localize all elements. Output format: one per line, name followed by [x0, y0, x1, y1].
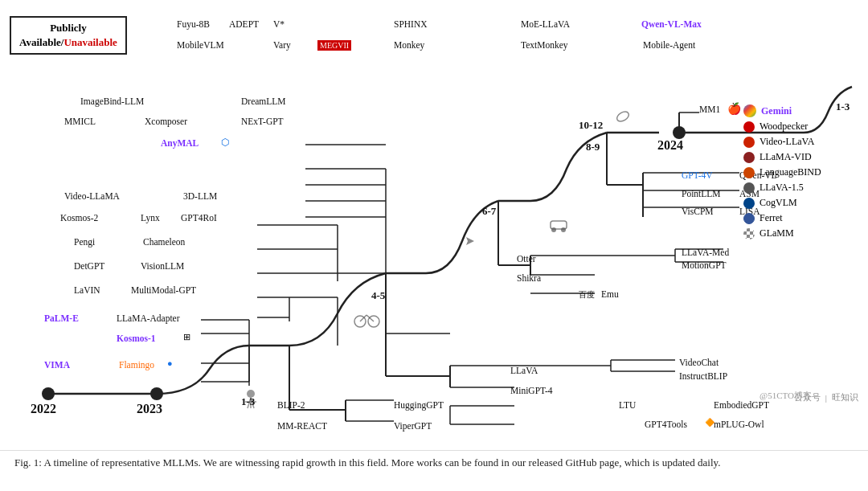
model-llava-med: LLaVA-Med	[682, 248, 729, 257]
legend-woodpecker: Woodpecker	[743, 121, 860, 133]
legend-languagebind-label: LanguageBIND	[760, 166, 821, 178]
model-lavin: LaVIN	[74, 285, 100, 295]
model-mobilevlm: MobileVLM	[177, 40, 224, 50]
model-minigpt4: MiniGPT-4	[510, 386, 553, 395]
glamm-dot	[743, 228, 755, 239]
watermark-sep: |	[825, 393, 827, 403]
model-sphinx: SPHINX	[394, 19, 428, 29]
model-flamingo: Flamingo	[119, 360, 154, 370]
legend-cogvlm: CogVLM	[743, 197, 860, 209]
model-imagebind: ImageBind-LLM	[80, 96, 144, 106]
legend-llamavid-label: LLaMA-VID	[760, 151, 812, 163]
model-chameleon: Chameleon	[143, 237, 185, 247]
ms-icon-kosmos1: ⊞	[183, 332, 190, 342]
year-2023: 2023	[137, 402, 162, 416]
model-moe-llava: MoE-LLaVA	[521, 19, 570, 29]
gemini-dot	[743, 104, 756, 117]
model-hugginggpt: HuggingGPT	[394, 400, 444, 410]
model-mm1: MM1	[699, 104, 720, 114]
model-qwen-vl-max: Qwen-VL-Max	[641, 19, 702, 29]
model-mmreact: MM-REACT	[277, 421, 327, 431]
model-emu: Emu	[601, 289, 619, 299]
svg-point-7	[42, 387, 55, 400]
model-gpt4roi: GPT4RoI	[181, 213, 217, 223]
model-vipergpt: ViperGPT	[394, 421, 432, 431]
legend-llama-vid: LLaMA-VID	[743, 151, 860, 163]
model-palme: PaLM-E	[44, 313, 79, 323]
languagebind-dot	[743, 167, 755, 178]
model-mplug-owl: mPLUG-Owl	[714, 419, 764, 429]
legend-llava15: LLaVA-1.5	[743, 182, 860, 194]
model-anymal: AnyMAL	[161, 138, 199, 148]
llava15-dot	[743, 182, 755, 194]
llamavid-dot	[743, 152, 755, 163]
svg-point-87	[561, 227, 566, 232]
model-ltu: LTU	[619, 400, 636, 410]
legend-gemini: Gemini	[743, 104, 860, 117]
model-kosmos2: Kosmos-2	[60, 213, 98, 223]
legend-videollava: Video-LLaVA	[743, 136, 860, 148]
section-10-12: 10-12	[579, 119, 603, 132]
model-gpt4tools: GPT4Tools	[645, 419, 687, 429]
watermark-51cto: @51CTO博客	[760, 390, 812, 402]
model-blip2: BLIP-2	[277, 400, 305, 410]
model-xcomposer: Xcomposer	[145, 117, 187, 126]
legend-woodpecker-label: Woodpecker	[760, 121, 808, 133]
svg-point-84	[616, 110, 631, 124]
legend-ferret: Ferret	[743, 212, 860, 224]
videollava-dot	[743, 137, 755, 148]
model-otter: Otter	[517, 254, 536, 264]
section-1-3-left: 1-3	[241, 395, 255, 408]
model-shikra: Shikra	[517, 273, 541, 283]
timeline-svg	[0, 0, 868, 450]
model-detgpt: DetGPT	[74, 261, 104, 271]
model-instructblip: InstructBLIP	[679, 371, 727, 381]
legend-glamm: GLaMM	[743, 227, 860, 239]
legend-llava15-label: LLaVA-1.5	[760, 182, 804, 194]
model-llava: LLaVA	[510, 366, 538, 375]
model-baai: 百度	[579, 289, 595, 301]
caption-text: Fig. 1: A timeline of representative MLL…	[14, 456, 720, 468]
legend-ferret-label: Ferret	[760, 212, 783, 224]
model-mmicl: MMICL	[64, 117, 96, 126]
legend-languagebind: LanguageBIND	[743, 166, 860, 178]
right-legend: Gemini Woodpecker Video-LLaVA LLaMA-VID …	[743, 104, 860, 243]
model-videollama: Video-LLaMA	[64, 191, 120, 201]
legend-glamm-label: GLaMM	[760, 227, 794, 239]
main-container: Publicly Available/Unavailable	[0, 0, 868, 491]
model-pengi: Pengi	[74, 237, 95, 247]
ferret-dot	[743, 213, 755, 224]
year-2022: 2022	[31, 402, 56, 416]
legend-videollava-label: Video-LLaVA	[760, 136, 814, 148]
model-fuyu-8b: Fuyu-8B	[177, 19, 210, 29]
year-2024: 2024	[657, 138, 683, 153]
model-viscpm: VisCPM	[682, 207, 714, 216]
model-mobile-agent: Mobile-Agent	[643, 40, 695, 50]
model-lynx: Lynx	[141, 213, 160, 223]
section-8-9: 8-9	[586, 141, 600, 153]
model-nextgpt: NExT-GPT	[241, 117, 284, 126]
model-pointllm: PointLLM	[682, 189, 721, 198]
model-vary: Vary	[273, 40, 291, 50]
cogvlm-dot	[743, 198, 755, 209]
caption-area: Fig. 1: A timeline of representative MLL…	[0, 450, 868, 491]
deepmind-icon: ●	[167, 358, 173, 368]
legend-gemini-label: Gemini	[761, 105, 792, 117]
watermark-text2: 旺知识	[832, 391, 858, 403]
model-llama-adapter: LLaMA-Adapter	[117, 313, 180, 323]
woodpecker-dot	[743, 121, 755, 133]
model-videochat: VideoChat	[679, 358, 719, 367]
model-adept: ADEPT	[229, 19, 259, 29]
model-vstar: V*	[273, 19, 285, 29]
apple-icon: 🍎	[727, 102, 741, 116]
svg-marker-74	[466, 237, 474, 245]
meta-icon: ⬡	[221, 137, 229, 149]
model-megvii: MEGVII	[317, 40, 351, 51]
model-gpt4v: GPT-4V	[682, 170, 713, 180]
legend-cogvlm-label: CogVLM	[760, 197, 797, 209]
model-motiongpt: MotionGPT	[682, 260, 727, 270]
model-vima: VIMA	[44, 360, 70, 370]
timeline-area: Publicly Available/Unavailable	[0, 0, 868, 450]
ali-icon: 🔶	[705, 418, 714, 427]
model-visionllm: VisionLLM	[141, 261, 184, 271]
